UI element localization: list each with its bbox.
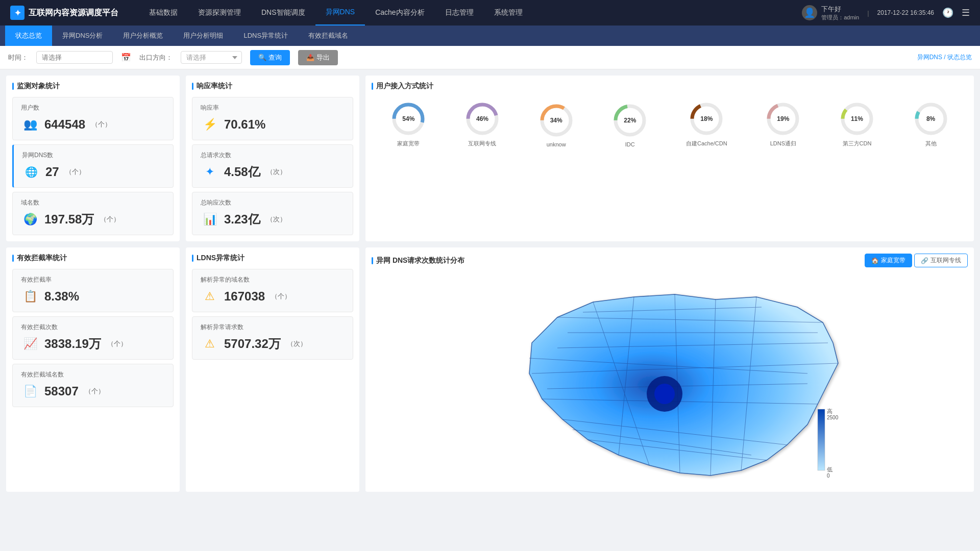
main-content: 监测对象统计 用户数 👥 644548 （个） 异网DNS数 🌐 27 （个） …: [0, 69, 980, 498]
direction-select[interactable]: 请选择: [181, 51, 242, 64]
monitor-panel: 监测对象统计 用户数 👥 644548 （个） 异网DNS数 🌐 27 （个） …: [6, 76, 180, 241]
nav-item-resource[interactable]: 资源探测管理: [188, 0, 251, 26]
stat-card-ldns-req: 解析异常请求数 ⚠ 5707.32万 （次）: [192, 316, 353, 360]
toggle-home-btn[interactable]: 🏠 家庭宽带: [865, 254, 912, 267]
nav-item-basic[interactable]: 基础数据: [139, 0, 188, 26]
stat-label-total-req: 总请求次数: [201, 151, 345, 160]
legend-high-val: 2500: [827, 415, 839, 420]
home-icon: 🏠: [871, 257, 879, 264]
stat-card-total-resp: 总响应次数 📊 3.23亿 （次）: [192, 192, 353, 235]
subnav-user-overview[interactable]: 用户分析概览: [113, 26, 173, 46]
nav-right-section: 👤 下午好 管理员：admin | 2017-12-22 16:35:46 🕐 …: [802, 5, 970, 21]
total-resp-icon: 📊: [201, 210, 219, 229]
donut-chart-2: 34%: [538, 103, 574, 138]
stat-value-row-total-req: ✦ 4.58亿 （次）: [201, 163, 345, 181]
stat-card-block-rate: 有效拦截率 📋 8.38%: [12, 269, 174, 312]
stat-unit-users: （个）: [91, 120, 111, 129]
time-input[interactable]: [36, 51, 113, 64]
top-navigation: ✦ 互联网内容资源调度平台 基础数据 资源探测管理 DNS智能调度 异网DNS …: [0, 0, 980, 26]
nav-item-dns-smart[interactable]: DNS智能调度: [251, 0, 315, 26]
direction-label: 出口方向：: [139, 53, 173, 62]
datetime: 2017-12-22 16:35:46: [877, 9, 934, 16]
export-button[interactable]: 📤 导出: [298, 50, 338, 65]
stat-value-row-ldns-domain: ⚠ 167038 （个）: [201, 287, 345, 306]
stat-label-block-domain: 有效拦截域名数: [21, 370, 165, 379]
user-role: 管理员：admin: [821, 14, 859, 21]
donut-chart-5: 19%: [765, 101, 801, 137]
donut-chart-1: 46%: [464, 101, 500, 137]
legend-high-label: 高: [827, 408, 832, 414]
stat-label-block-rate: 有效拦截率: [21, 276, 165, 284]
user-info: 👤 下午好 管理员：admin: [802, 5, 859, 21]
donut-label-3: IDC: [625, 141, 635, 147]
search-icon: 🔍: [258, 54, 266, 61]
stat-value-block-domain: 58307: [44, 384, 79, 398]
legend-low-val: 0: [827, 473, 830, 479]
nav-item-alien-dns[interactable]: 异网DNS: [315, 0, 365, 26]
block-count-icon: 📈: [21, 335, 39, 353]
response-panel-title: 响应率统计: [192, 82, 353, 91]
sub-navigation: 状态总览 异网DNS分析 用户分析概览 用户分析明细 LDNS异常统计 有效拦截…: [0, 26, 980, 46]
stat-value-total-req: 4.58亿: [224, 164, 260, 180]
calendar-icon[interactable]: 📅: [121, 53, 131, 62]
donut-item-0: 54% 家庭宽带: [390, 101, 426, 147]
subnav-dns-analysis[interactable]: 异网DNS分析: [52, 26, 113, 46]
stat-unit-total-resp: （次）: [266, 215, 286, 224]
donut-item-3: 22% IDC: [612, 103, 648, 147]
map-toggle: 🏠 家庭宽带 🔗 互联网专线: [865, 254, 968, 267]
donut-chart-7: 8%: [913, 101, 949, 137]
stat-card-dns: 异网DNS数 🌐 27 （个）: [12, 144, 174, 188]
donut-percent-6: 11%: [851, 115, 863, 122]
breadcrumb: 异网DNS / 状态总览: [917, 53, 972, 62]
stat-value-block-count: 3838.19万: [44, 336, 101, 352]
nav-item-cache[interactable]: Cache内容分析: [365, 0, 434, 26]
dns-icon: 🌐: [22, 163, 40, 181]
donut-item-1: 46% 互联网专线: [464, 101, 500, 147]
donut-item-7: 8% 其他: [913, 101, 949, 147]
stat-label-ldns-req: 解析异常请求数: [201, 323, 345, 332]
stat-unit-block-count: （个）: [107, 339, 127, 348]
nav-item-system[interactable]: 系统管理: [484, 0, 533, 26]
donut-item-5: 19% LDNS通归: [765, 101, 801, 147]
query-button[interactable]: 🔍 查询: [250, 50, 290, 65]
stat-label-dns: 异网DNS数: [22, 151, 165, 160]
donut-percent-4: 18%: [700, 115, 713, 122]
nav-item-log[interactable]: 日志管理: [435, 0, 484, 26]
users-icon: 👥: [21, 115, 39, 134]
subnav-block-domain[interactable]: 有效拦截域名: [298, 26, 358, 46]
stat-value-row-dns: 🌐 27 （个）: [22, 163, 165, 181]
app-logo: ✦ 互联网内容资源调度平台: [10, 6, 118, 20]
menu-icon[interactable]: ☰: [962, 7, 970, 18]
stat-card-ldns-domain: 解析异常的域名数 ⚠ 167038 （个）: [192, 269, 353, 312]
ldns-req-icon: ⚠: [201, 335, 219, 353]
map-panel: 异网 DNS请求次数统计分布 🏠 家庭宽带 🔗 互联网专线: [365, 247, 974, 492]
subnav-ldns[interactable]: LDNS异常统计: [233, 26, 298, 46]
avatar: 👤: [802, 5, 817, 20]
toggle-internet-btn[interactable]: 🔗 互联网专线: [914, 254, 968, 267]
donut-label-4: 自建Cache/CDN: [686, 140, 727, 147]
donut-percent-1: 46%: [476, 115, 488, 122]
block-panel-title: 有效拦截率统计: [12, 254, 174, 263]
stat-value-response-rate: 70.61%: [224, 117, 265, 132]
map-container: 高 2500 低 0: [372, 271, 968, 486]
stat-label-users: 用户数: [21, 104, 165, 112]
user-access-title: 用户接入方式统计: [372, 82, 968, 91]
clock-icon[interactable]: 🕐: [942, 7, 953, 18]
map-header: 异网 DNS请求次数统计分布 🏠 家庭宽带 🔗 互联网专线: [372, 254, 968, 267]
subnav-user-detail[interactable]: 用户分析明细: [173, 26, 233, 46]
legend-low-label: 低: [827, 466, 832, 472]
map-title: 异网 DNS请求次数统计分布: [372, 256, 464, 265]
map-province: [529, 294, 838, 475]
subnav-status[interactable]: 状态总览: [5, 26, 52, 46]
logo-icon: ✦: [10, 6, 24, 20]
main-nav-menu: 基础数据 资源探测管理 DNS智能调度 异网DNS Cache内容分析 日志管理…: [139, 0, 802, 26]
toolbar: 时间： 📅 出口方向： 请选择 🔍 查询 📤 导出 异网DNS / 状态总览: [0, 46, 980, 69]
donut-percent-5: 19%: [777, 115, 789, 122]
donut-item-6: 11% 第三方CDN: [839, 101, 875, 147]
stat-value-row-total-resp: 📊 3.23亿 （次）: [201, 210, 345, 229]
donut-label-0: 家庭宽带: [397, 140, 420, 147]
donut-label-1: 互联网专线: [468, 140, 496, 147]
donut-label-2: unknow: [547, 141, 566, 147]
app-title: 互联网内容资源调度平台: [29, 8, 118, 18]
donut-row: 54% 家庭宽带 46% 互联网专线 34% unknow: [372, 97, 968, 152]
